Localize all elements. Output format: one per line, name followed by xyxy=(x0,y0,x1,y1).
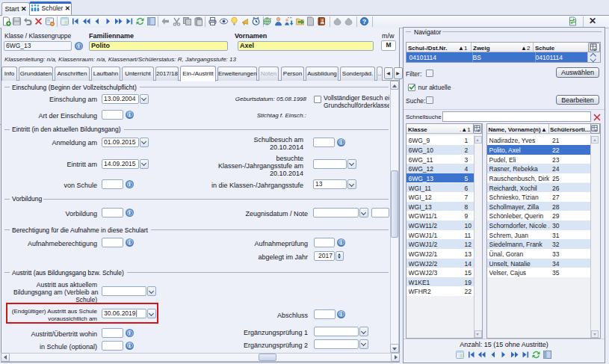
svg-text:?: ? xyxy=(362,18,367,25)
